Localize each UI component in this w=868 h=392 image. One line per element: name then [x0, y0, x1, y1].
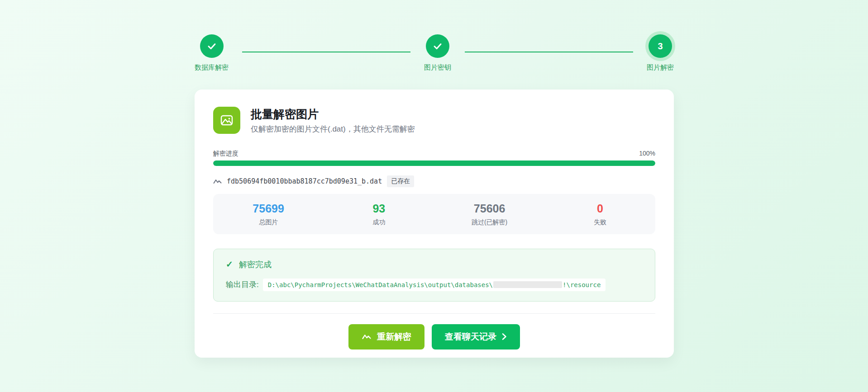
output-directory-row: 输出目录: D:\abc\PycharmProjects\WeChatDataA…: [226, 279, 643, 291]
wave-icon: [213, 178, 222, 185]
step-3-number: 3: [658, 41, 663, 52]
card-header-text: 批量解密图片 仅解密加密的图片文件(.dat)，其他文件无需解密: [251, 107, 415, 134]
current-file-row: fdb50694fb0010bbab8187cc7bd09e31_b.dat 已…: [213, 175, 655, 187]
page-title: 批量解密图片: [251, 108, 415, 121]
current-file-name: fdb50694fb0010bbab8187cc7bd09e31_b.dat: [227, 177, 382, 185]
step-image-key: 图片密钥: [424, 34, 451, 72]
chevron-right-icon: [502, 333, 507, 340]
action-buttons: 重新解密 查看聊天记录: [195, 324, 674, 349]
redecrypt-button[interactable]: 重新解密: [348, 324, 424, 349]
progress-bar: [213, 161, 655, 166]
view-chat-button-label: 查看聊天记录: [445, 331, 496, 343]
decrypt-complete-panel: ✓ 解密完成 输出目录: D:\abc\PycharmProjects\WeCh…: [213, 249, 655, 302]
redacted-path-segment: [493, 281, 562, 288]
step-1-circle: [200, 34, 224, 58]
wave-icon: [362, 333, 372, 340]
stat-success-label: 成功: [324, 218, 434, 227]
check-icon: ✓: [226, 259, 233, 269]
stat-total-label: 总图片: [213, 218, 324, 227]
stat-failed-value: 0: [545, 202, 655, 215]
stat-failed-label: 失败: [545, 218, 655, 227]
stat-failed: 0 失败: [545, 202, 655, 227]
progress-label: 解密进度: [213, 150, 238, 158]
output-directory-path: D:\abc\PycharmProjects\WeChatDataAnalysi…: [263, 279, 606, 291]
progress-bar-fill: [213, 161, 655, 166]
progress-percent: 100%: [639, 150, 655, 158]
step-database-decrypt: 数据库解密: [195, 34, 229, 72]
stat-total-images: 75699 总图片: [213, 202, 324, 227]
progress-header: 解密进度 100%: [213, 150, 655, 158]
stat-skipped: 75606 跳过(已解密): [434, 202, 545, 227]
page-subtitle: 仅解密加密的图片文件(.dat)，其他文件无需解密: [251, 124, 415, 134]
step-image-decrypt: 3 图片解密: [647, 34, 674, 72]
view-chat-records-button[interactable]: 查看聊天记录: [432, 324, 520, 349]
stat-success: 93 成功: [324, 202, 434, 227]
image-icon: [213, 107, 240, 134]
output-directory-label: 输出目录:: [226, 279, 259, 290]
result-title: 解密完成: [239, 259, 272, 270]
step-connector: [465, 52, 633, 52]
step-3-circle: 3: [649, 34, 672, 58]
path-prefix: D:\abc\PycharmProjects\WeChatDataAnalysi…: [268, 281, 493, 288]
stats-box: 75699 总图片 93 成功 75606 跳过(已解密) 0 失败: [213, 194, 655, 234]
path-suffix: !\resource: [563, 281, 601, 288]
step-3-label: 图片解密: [647, 63, 674, 72]
step-2-label: 图片密钥: [424, 63, 451, 72]
result-title-row: ✓ 解密完成: [226, 259, 643, 270]
check-icon: [207, 41, 217, 51]
file-exists-badge: 已存在: [387, 175, 414, 187]
step-2-circle: [426, 34, 449, 58]
step-connector: [242, 52, 410, 52]
divider: [213, 313, 655, 314]
stat-skipped-value: 75606: [434, 202, 545, 215]
stat-total-value: 75699: [213, 202, 324, 215]
step-1-label: 数据库解密: [195, 63, 229, 72]
card-header: 批量解密图片 仅解密加密的图片文件(.dat)，其他文件无需解密: [213, 107, 655, 134]
stat-success-value: 93: [324, 202, 434, 215]
stat-skipped-label: 跳过(已解密): [434, 218, 545, 227]
check-icon: [433, 41, 443, 51]
batch-decrypt-card: 批量解密图片 仅解密加密的图片文件(.dat)，其他文件无需解密 解密进度 10…: [195, 90, 674, 358]
stepper: 数据库解密 图片密钥 3 图片解密: [195, 34, 674, 72]
redecrypt-button-label: 重新解密: [377, 331, 411, 343]
